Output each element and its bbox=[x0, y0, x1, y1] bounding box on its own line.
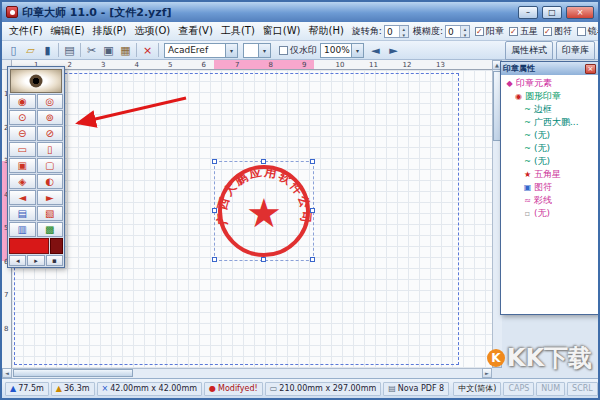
tree-item-2[interactable]: ~边框 bbox=[502, 103, 598, 116]
spinner-down-icon[interactable]: ▾ bbox=[461, 32, 469, 38]
palette-tool-1[interactable]: ◎ bbox=[37, 94, 64, 109]
blur-input[interactable]: 0 ▴ ▾ bbox=[445, 25, 470, 38]
selection-box[interactable] bbox=[214, 161, 314, 261]
chevron-down-icon[interactable]: ▾ bbox=[225, 44, 237, 57]
horizontal-scroll-thumb[interactable] bbox=[13, 369, 133, 377]
tree-item-4[interactable]: ~(无) bbox=[502, 129, 598, 142]
tree-item-0[interactable]: ◆印章元素 bbox=[502, 77, 598, 90]
chevron-down-icon[interactable]: ▾ bbox=[258, 44, 270, 57]
spinner-down-icon[interactable]: ▾ bbox=[400, 32, 408, 38]
selection-handle[interactable] bbox=[261, 257, 266, 262]
chevron-down-icon[interactable]: ▾ bbox=[351, 44, 363, 57]
tree-item-7[interactable]: ★五角星 bbox=[502, 168, 598, 181]
title-bar: 印章大师 11.0 - [文件2.yzf] – □ × bbox=[2, 2, 598, 22]
secondary-color-swatch[interactable] bbox=[50, 238, 63, 254]
palette-tool-5[interactable]: ⊘ bbox=[37, 126, 64, 141]
menu-item-1[interactable]: 编辑(E) bbox=[47, 23, 89, 39]
primary-color-swatch[interactable] bbox=[9, 238, 49, 254]
palette-tool-10[interactable]: ◈ bbox=[9, 174, 36, 189]
checkbox-box[interactable] bbox=[577, 27, 586, 36]
save-button[interactable]: ▮ bbox=[39, 42, 56, 58]
rotate-angle-input[interactable]: 0 ▴ ▾ bbox=[384, 25, 409, 38]
font-combo[interactable]: AcadEref ▾ bbox=[164, 43, 238, 58]
menu-item-7[interactable]: 帮助(H) bbox=[305, 23, 348, 39]
tree-item-6[interactable]: ~(无) bbox=[502, 155, 598, 168]
palette-tool-3[interactable]: ⊚ bbox=[37, 110, 64, 125]
palette-tool-8[interactable]: ▣ bbox=[9, 158, 36, 173]
style-combo[interactable]: ▾ bbox=[243, 43, 271, 58]
scroll-left-icon[interactable]: ◄ bbox=[2, 368, 12, 378]
watermark-only-checkbox-box[interactable] bbox=[279, 46, 288, 55]
tree-item-3[interactable]: ~广西大鹏... bbox=[502, 116, 598, 129]
copy-button[interactable]: ▣ bbox=[100, 42, 117, 58]
palette-tool-11[interactable]: ◐ bbox=[37, 174, 64, 189]
palette-tool-4[interactable]: ⊖ bbox=[9, 126, 36, 141]
selection-size-icon: × bbox=[102, 384, 109, 393]
palette-tool-15[interactable]: ▧ bbox=[37, 206, 64, 221]
nav-left-button[interactable]: ◄ bbox=[367, 42, 384, 58]
palette-tool-2[interactable]: ⊙ bbox=[9, 110, 36, 125]
palette-mini-2[interactable]: ▪ bbox=[46, 255, 63, 266]
checkbox-五星[interactable]: ✓五星 bbox=[509, 25, 538, 38]
palette-tool-7[interactable]: ▯ bbox=[37, 142, 64, 157]
canvas[interactable]: 12345678910111213 12345678 广西大鹏应用软件公司 ★ bbox=[2, 60, 492, 368]
ruler-number: 8 bbox=[269, 61, 273, 69]
ruler-number: 7 bbox=[235, 61, 239, 69]
selection-handle[interactable] bbox=[212, 257, 217, 262]
selection-handle[interactable] bbox=[310, 208, 315, 213]
tree-item-1[interactable]: ◉圆形印章 bbox=[502, 90, 598, 103]
checkbox-镜卷[interactable]: 镜卷 bbox=[577, 25, 600, 38]
menu-item-3[interactable]: 选项(O) bbox=[131, 23, 175, 39]
blur-label: 模糊度: bbox=[413, 25, 443, 38]
zoom-combo[interactable]: 100% ▾ bbox=[320, 43, 364, 58]
menu-item-0[interactable]: 文件(F) bbox=[5, 23, 47, 39]
minimize-button[interactable]: – bbox=[518, 6, 538, 19]
tree-item-5[interactable]: ~(无) bbox=[502, 142, 598, 155]
selection-handle[interactable] bbox=[310, 257, 315, 262]
palette-tool-14[interactable]: ▤ bbox=[9, 206, 36, 221]
selection-handle[interactable] bbox=[212, 208, 217, 213]
tab-property-style[interactable]: 属性样式 bbox=[505, 41, 553, 60]
checkbox-图符[interactable]: ✓图符 bbox=[543, 25, 572, 38]
palette-tool-12[interactable]: ◄ bbox=[9, 190, 36, 205]
maximize-button[interactable]: □ bbox=[542, 6, 562, 19]
palette-mini-0[interactable]: ◂ bbox=[9, 255, 26, 266]
menu-item-4[interactable]: 查看(V) bbox=[174, 23, 217, 39]
tree-item-8[interactable]: ▣图符 bbox=[502, 181, 598, 194]
palette-tool-13[interactable]: ► bbox=[37, 190, 64, 205]
nav-right-button[interactable]: ► bbox=[385, 42, 402, 58]
paste-button[interactable]: ▦ bbox=[117, 42, 134, 58]
menu-item-6[interactable]: 窗口(W) bbox=[259, 23, 305, 39]
checkbox-box[interactable]: ✓ bbox=[509, 27, 518, 36]
panel-title: 印章属性 bbox=[503, 63, 585, 74]
selection-handle[interactable] bbox=[212, 159, 217, 164]
ruler-number: 11 bbox=[369, 61, 378, 69]
tab-seal-library[interactable]: 印章库 bbox=[556, 41, 595, 60]
watermark-only-checkbox[interactable]: 仅水印 bbox=[279, 44, 317, 57]
tree-item-9[interactable]: ≈彩线 bbox=[502, 194, 598, 207]
palette-tool-17[interactable]: ▩ bbox=[37, 222, 64, 237]
palette-tool-16[interactable]: ▥ bbox=[9, 222, 36, 237]
checkbox-阳章[interactable]: ✓阳章 bbox=[475, 25, 504, 38]
checkbox-box[interactable]: ✓ bbox=[543, 27, 552, 36]
delete-button[interactable]: × bbox=[139, 42, 156, 58]
print-button[interactable]: ▤ bbox=[61, 42, 78, 58]
panel-title-bar[interactable]: 印章属性 × bbox=[501, 62, 598, 75]
horizontal-scrollbar[interactable]: ◄ ► bbox=[2, 368, 492, 378]
menu-item-5[interactable]: 工具(T) bbox=[217, 23, 259, 39]
panel-close-icon[interactable]: × bbox=[585, 64, 596, 74]
open-file-button[interactable]: ▱ bbox=[22, 42, 39, 58]
tree-item-10[interactable]: ▫(无) bbox=[502, 207, 598, 220]
palette-tool-9[interactable]: ▢ bbox=[37, 158, 64, 173]
cut-button[interactable]: ✂ bbox=[83, 42, 100, 58]
drawing-grid[interactable]: 广西大鹏应用软件公司 ★ bbox=[12, 70, 492, 368]
selection-handle[interactable] bbox=[261, 159, 266, 164]
close-button[interactable]: × bbox=[566, 6, 594, 19]
menu-item-2[interactable]: 排版(P) bbox=[89, 23, 131, 39]
palette-tool-0[interactable]: ◉ bbox=[9, 94, 36, 109]
checkbox-box[interactable]: ✓ bbox=[475, 27, 484, 36]
selection-handle[interactable] bbox=[310, 159, 315, 164]
palette-mini-1[interactable]: ▸ bbox=[27, 255, 44, 266]
palette-tool-6[interactable]: ▭ bbox=[9, 142, 36, 157]
new-file-button[interactable]: ▯ bbox=[5, 42, 22, 58]
